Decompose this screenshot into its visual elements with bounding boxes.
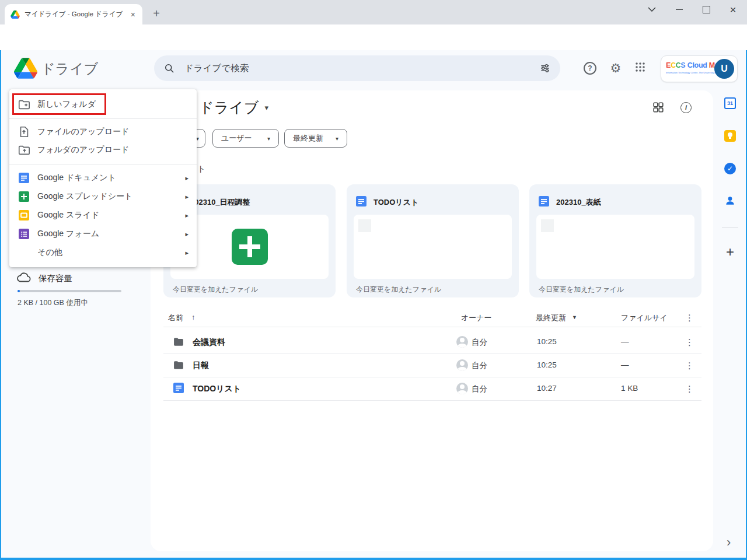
filter-chip-user[interactable]: ユーザー ▾ xyxy=(212,129,279,148)
drive-favicon xyxy=(11,10,20,19)
browser-titlebar: マイドライブ - Google ドライブ × + × xyxy=(0,0,747,24)
menu-item-folder-upload[interactable]: フォルダのアップロード xyxy=(9,141,197,159)
search-input[interactable] xyxy=(183,62,539,74)
show-side-panel-icon[interactable]: › xyxy=(727,535,731,550)
google-slides-icon xyxy=(18,209,30,222)
preview-hint xyxy=(358,219,371,232)
new-menu: 新しいフォルダ ファイルのアップロード フォルダのアップロード Google ド… xyxy=(9,89,197,267)
get-addons-icon[interactable]: + xyxy=(723,245,737,259)
card-caption: 今日変更を加えたファイル xyxy=(356,285,441,295)
window-border-bottom xyxy=(0,558,747,560)
column-name[interactable]: 名前 xyxy=(168,313,183,323)
row-more-icon[interactable]: ⋮ xyxy=(685,384,694,394)
google-forms-icon xyxy=(18,228,30,240)
owner-avatar xyxy=(456,336,468,348)
search-options-icon[interactable] xyxy=(539,62,551,74)
chevron-down-icon: ▾ xyxy=(336,135,338,142)
apps-grid-icon[interactable] xyxy=(635,62,648,75)
modified-time: 10:25 xyxy=(537,360,557,369)
suggestion-card[interactable]: TODOリスト 今日変更を加えたファイル xyxy=(347,184,519,298)
document-icon xyxy=(173,383,184,393)
menu-divider xyxy=(9,164,197,164)
storage-usage-text: 2 KB / 100 GB 使用中 xyxy=(18,298,88,308)
file-name: 会議資料 xyxy=(193,337,225,348)
menu-item-more[interactable]: その他 ▸ xyxy=(9,243,197,262)
drive-search-bar[interactable] xyxy=(154,55,560,81)
window-maximize-button[interactable] xyxy=(694,0,718,19)
new-tab-button[interactable]: + xyxy=(148,5,165,22)
owner-avatar xyxy=(456,359,468,371)
suggestion-card[interactable]: 202310_表紙 今日変更を加えたファイル xyxy=(529,184,701,298)
table-row[interactable]: TODOリスト 自分 10:27 1 KB ⋮ xyxy=(163,377,701,401)
submenu-arrow-icon: ▸ xyxy=(185,193,189,201)
menu-item-file-upload[interactable]: ファイルのアップロード xyxy=(9,123,197,141)
file-name: TODOリスト xyxy=(193,384,241,394)
google-sheets-icon xyxy=(18,190,30,203)
table-row[interactable]: 会議資料 自分 10:25 — ⋮ xyxy=(163,330,701,354)
storage-progress-track xyxy=(18,290,121,292)
drive-avatar[interactable]: U xyxy=(714,59,734,79)
sort-descending-icon[interactable]: ▼ xyxy=(572,314,577,320)
header-more-icon[interactable]: ⋮ xyxy=(685,313,694,323)
card-title: 202310_日程調整 xyxy=(190,197,250,208)
window-close-button[interactable]: × xyxy=(721,0,745,19)
calendar-icon[interactable]: 31 xyxy=(724,97,736,109)
browser-tab[interactable]: マイドライブ - Google ドライブ × xyxy=(5,4,142,24)
modified-time: 10:25 xyxy=(537,337,557,346)
menu-item-google-sheets[interactable]: Google スプレッドシート ▸ xyxy=(9,187,197,206)
table-row[interactable]: 日報 自分 10:25 — ⋮ xyxy=(163,354,701,377)
submenu-arrow-icon: ▸ xyxy=(185,212,189,219)
settings-gear-icon[interactable]: ⚙ xyxy=(609,62,622,75)
menu-divider xyxy=(9,118,197,119)
file-size: — xyxy=(621,337,629,346)
card-caption: 今日変更を加えたファイル xyxy=(539,285,624,295)
file-size: 1 KB xyxy=(621,384,638,393)
submenu-arrow-icon: ▸ xyxy=(185,174,189,182)
storage-progress-fill xyxy=(18,290,20,292)
tasks-icon[interactable]: ✓ xyxy=(724,163,736,174)
side-strip-divider xyxy=(722,228,738,228)
document-icon xyxy=(356,196,366,206)
browser-toolbar: ← → ↻ drive.google.com/drive/my-drive ☆ … xyxy=(0,24,747,50)
grid-view-toggle-icon[interactable] xyxy=(652,101,666,115)
column-modified[interactable]: 最終更新 xyxy=(536,313,566,323)
account-badge[interactable]: ECCS Cloud Mail Information Technology C… xyxy=(661,55,738,82)
contacts-icon[interactable] xyxy=(724,195,736,206)
annotation-highlight-box xyxy=(12,93,106,115)
menu-item-google-slides[interactable]: Google スライド ▸ xyxy=(9,206,197,225)
drive-logo[interactable] xyxy=(14,58,37,79)
drive-logo-text: ドライブ xyxy=(41,60,98,78)
owner-label: 自分 xyxy=(472,384,487,394)
menu-item-google-forms[interactable]: Google フォーム ▸ xyxy=(9,225,197,243)
column-size[interactable]: ファイルサイ xyxy=(621,313,668,323)
filter-chip-modified[interactable]: 最終更新 ▾ xyxy=(284,129,347,148)
column-owner[interactable]: オーナー xyxy=(461,313,492,323)
chevron-down-icon: ▾ xyxy=(265,103,269,112)
menu-item-google-docs[interactable]: Google ドキュメント ▸ xyxy=(9,169,197,187)
file-size: — xyxy=(621,360,629,369)
card-preview xyxy=(536,215,694,279)
card-title: TODOリスト xyxy=(374,197,418,208)
document-icon xyxy=(539,196,549,206)
info-icon[interactable]: i xyxy=(680,102,694,116)
row-more-icon[interactable]: ⋮ xyxy=(685,337,694,348)
cloud-icon xyxy=(16,271,32,284)
tab-close-icon[interactable]: × xyxy=(130,10,137,19)
suggestions-heading-fragment: ト xyxy=(197,164,205,174)
storage-label[interactable]: 保存容量 xyxy=(39,273,72,284)
row-more-icon[interactable]: ⋮ xyxy=(685,360,694,371)
card-caption: 今日変更を加えたファイル xyxy=(173,285,258,295)
help-icon[interactable]: ? xyxy=(584,62,596,75)
window-minimize-button[interactable] xyxy=(668,0,691,19)
sheets-logo-large xyxy=(232,229,268,265)
sort-ascending-icon[interactable]: ↑ xyxy=(191,313,196,321)
owner-label: 自分 xyxy=(472,337,487,348)
tab-search-icon[interactable] xyxy=(640,0,664,19)
modified-time: 10:27 xyxy=(537,384,557,393)
tab-title: マイドライブ - Google ドライブ xyxy=(25,10,130,19)
owner-avatar xyxy=(456,383,468,394)
keep-icon[interactable] xyxy=(724,130,736,142)
card-preview xyxy=(354,215,512,279)
submenu-arrow-icon: ▸ xyxy=(185,249,189,257)
file-name: 日報 xyxy=(193,360,209,371)
